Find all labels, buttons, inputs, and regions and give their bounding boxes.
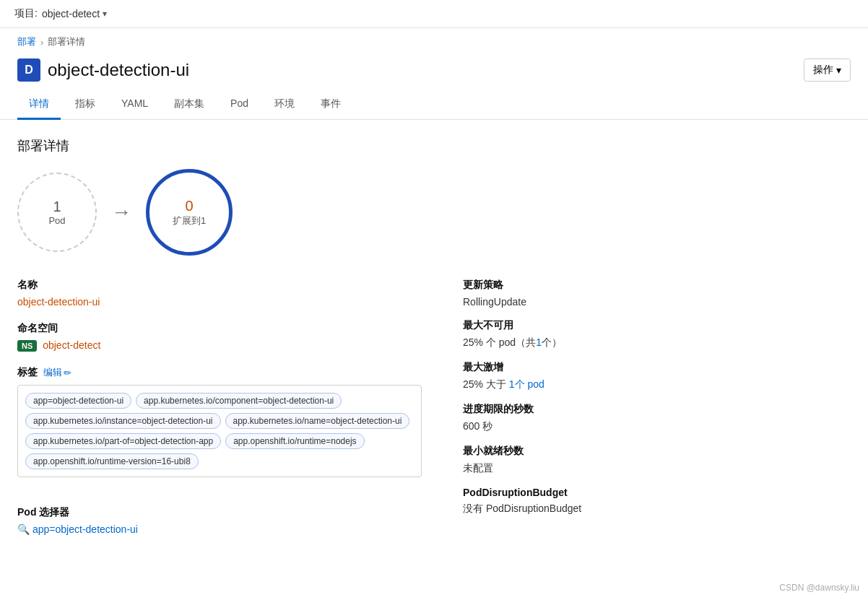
section-title: 部署详情 [17,137,851,155]
tags-label: 标签 [17,366,38,379]
tab-environment[interactable]: 环境 [263,90,306,120]
tab-replicasets[interactable]: 副本集 [162,90,216,120]
update-strategy-value: RollingUpdate [463,296,851,308]
breadcrumb-current: 部署详情 [48,35,85,48]
tab-yaml[interactable]: YAML [110,90,160,120]
namespace-link[interactable]: object-detect [43,339,100,351]
actions-dropdown-arrow: ▾ [836,64,841,76]
target-pod-count: 0 [185,198,193,214]
tab-metrics[interactable]: 指标 [64,90,107,120]
tags-header: 标签 编辑 ✏ [17,366,434,379]
max-unavailable-section: 最大不可用 25% 个 pod（共1个） [463,319,851,349]
name-label: 名称 [17,279,434,292]
max-surge-label: 最大激增 [463,361,851,374]
tag-item: app=object-detection-ui [25,393,131,409]
pod-selector-value: 🔍 app=object-detection-ui [17,523,434,535]
breadcrumb: 部署 › 部署详情 [0,28,868,53]
name-value: object-detection-ui [17,296,434,308]
page-header-left: D object-detection-ui [17,58,189,82]
page-title: object-detection-ui [48,60,189,80]
namespace-value: NS object-detect [17,339,434,352]
search-icon: 🔍 [17,523,30,535]
namespace-section: 命名空间 NS object-detect [17,322,434,366]
breadcrumb-parent[interactable]: 部署 [17,35,36,48]
tab-details[interactable]: 详情 [17,90,61,120]
tab-bar: 详情 指标 YAML 副本集 Pod 环境 事件 [0,90,868,120]
detail-grid: 名称 object-detection-ui 命名空间 NS object-de… [17,279,851,549]
tab-events[interactable]: 事件 [309,90,352,120]
tags-section: 标签 编辑 ✏ app=object-detection-ui app.kube… [17,366,434,492]
tag-item: app.openshift.io/runtime=nodejs [225,433,364,449]
tag-item: app.openshift.io/runtime-version=16-ubi8 [25,453,199,469]
pod-selector-label: Pod 选择器 [17,506,434,519]
top-bar: 项目: object-detect ▾ [0,0,868,28]
current-pod-count: 1 [53,199,61,215]
pod-diagram: 1 Pod → 0 扩展到1 [17,169,851,256]
min-ready-section: 最小就绪秒数 未配置 [463,445,851,475]
right-column: 更新策略 RollingUpdate 最大不可用 25% 个 pod（共1个） … [434,279,851,549]
min-ready-label: 最小就绪秒数 [463,445,851,458]
pdb-label: PodDisruptionBudget [463,487,851,498]
progress-deadline-section: 进度期限的秒数 600 秒 [463,403,851,433]
project-label: 项目: [14,7,38,20]
namespace-badge: NS [17,340,37,352]
max-unavailable-label: 最大不可用 [463,319,851,332]
pod-selector-section: Pod 选择器 🔍 app=object-detection-ui [17,506,434,549]
tab-pod[interactable]: Pod [219,90,260,120]
name-section: 名称 object-detection-ui [17,279,434,322]
update-strategy-section: 更新策略 RollingUpdate [463,279,851,308]
actions-button[interactable]: 操作 ▾ [804,58,851,82]
min-ready-value: 未配置 [463,462,851,475]
target-pod-circle: 0 扩展到1 [146,169,233,256]
project-dropdown-arrow[interactable]: ▾ [103,9,107,19]
max-surge-section: 最大激增 25% 大于 1个 pod [463,361,851,391]
pdb-section: PodDisruptionBudget 没有 PodDisruptionBudg… [463,487,851,516]
tag-item: app.kubernetes.io/name=object-detection-… [225,413,410,429]
resource-icon: D [17,58,40,82]
progress-deadline-value: 600 秒 [463,420,851,433]
max-surge-value: 25% 大于 1个 pod [463,378,851,391]
left-column: 名称 object-detection-ui 命名空间 NS object-de… [17,279,434,549]
current-pod-label: Pod [48,215,65,226]
pod-selector-link[interactable]: app=object-detection-ui [32,523,138,535]
tags-box: app=object-detection-ui app.kubernetes.i… [17,385,422,477]
tag-item: app.kubernetes.io/instance=object-detect… [25,413,221,429]
target-pod-label: 扩展到1 [173,214,206,227]
pdb-value: 没有 PodDisruptionBudget [463,503,851,516]
tag-item: app.kubernetes.io/component=object-detec… [136,393,342,409]
update-strategy-label: 更新策略 [463,279,851,292]
diagram-arrow: → [111,201,131,224]
progress-deadline-label: 进度期限的秒数 [463,403,851,416]
max-unavailable-value: 25% 个 pod（共1个） [463,336,851,349]
page-header: D object-detection-ui 操作 ▾ [0,53,868,90]
breadcrumb-separator: › [40,37,43,48]
current-pod-circle: 1 Pod [17,173,97,252]
tag-item: app.kubernetes.io/part-of=object-detecti… [25,433,221,449]
project-name: object-detect [42,8,100,19]
main-content: 部署详情 1 Pod → 0 扩展到1 名称 object-detection-… [0,120,868,567]
edit-pencil-icon: ✏ [64,368,71,378]
edit-tags-button[interactable]: 编辑 ✏ [43,366,71,379]
namespace-label: 命名空间 [17,322,434,335]
